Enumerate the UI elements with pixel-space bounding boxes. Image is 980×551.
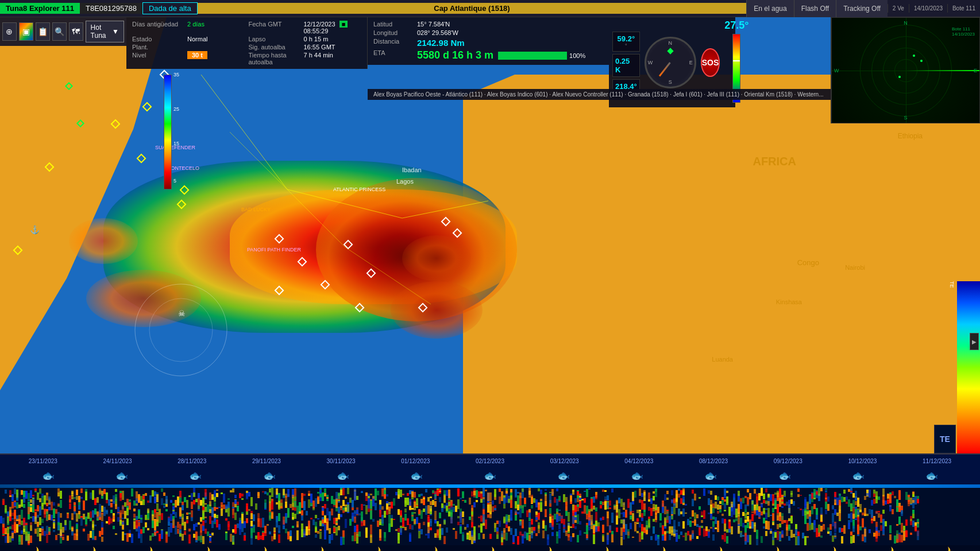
heatmap-tool-icon[interactable]: ▣	[19, 22, 33, 41]
date-7: 02/12/2023	[453, 458, 527, 464]
compass-heading-marker	[667, 48, 673, 54]
bottom-panel: 23/11/2023 24/11/2023 28/11/2023 29/11/2…	[0, 453, 980, 551]
lagos-label: Lagos	[396, 178, 414, 185]
top-bar: Tuna8 Explorer 111 T8E081295788 Dada de …	[0, 0, 980, 17]
scale-5: 5	[173, 178, 176, 184]
fish-icon-9: 🐟	[600, 469, 674, 482]
date-3: 28/11/2023	[155, 458, 229, 464]
date-6: 01/12/2023	[378, 458, 453, 464]
moon-5: 🌙25	[234, 546, 291, 551]
flash-off-button[interactable]: Flash Off	[794, 0, 836, 17]
nivel-badge: 30 t	[187, 52, 245, 65]
moon-12: 🌙7	[632, 546, 689, 551]
nairobi-label: Nairobi	[845, 264, 865, 271]
left-toolbar: ⊕ ▣ 📋 🔍 🗺 Hot Tuna ▼	[0, 17, 126, 46]
nivel-label: Nivel	[132, 52, 184, 65]
moon-13: 🌙11	[689, 546, 746, 551]
temp-marker	[733, 60, 740, 61]
africa-label: AFRICA	[753, 155, 796, 168]
tiempo-autoalba-label: Tiempo hasta autoalba	[249, 52, 300, 65]
date-12: 10/12/2023	[825, 458, 900, 464]
info-tool-icon[interactable]: 📋	[36, 22, 50, 41]
compass-tool-icon[interactable]: ⊕	[2, 22, 17, 41]
dropdown-arrow-icon: ▼	[112, 28, 119, 36]
eta-value: 5580 d 16 h 3 m	[417, 49, 493, 61]
congo-label: Congo	[797, 258, 819, 267]
fish-icon-10: 🐟	[674, 469, 747, 482]
estado-label: Estado	[132, 36, 184, 42]
right-scroll-button[interactable]: ▶	[970, 333, 979, 350]
info-2ve: 2 Ve	[888, 4, 909, 13]
fecha-gmt-label: Fecha GMT	[249, 21, 300, 34]
east-label: E	[689, 60, 693, 65]
longitud-value: 028° 29.568'W	[417, 29, 603, 36]
hot-tuna-button[interactable]: Hot Tuna ▼	[86, 21, 124, 42]
fish-icon-6: 🐟	[380, 469, 453, 482]
moon-8: 🌙11	[404, 546, 461, 551]
info-date: 14/10/2023	[909, 4, 947, 13]
tracking-off-button[interactable]: Tracking Off	[836, 0, 888, 17]
heatmap-patch-1	[69, 218, 138, 264]
sos-button[interactable]: SOS	[701, 48, 720, 77]
legend-label: TE	[949, 281, 955, 288]
fish-icon-13: 🐟	[895, 469, 969, 482]
info-panel: Días antigüedad 2 días Fecha GMT 12/12/2…	[126, 17, 368, 69]
latitud-value: 15° 7.584'N	[417, 21, 603, 28]
date-11: 09/12/2023	[751, 458, 825, 464]
nav-panel: Latitud 15° 7.584'N Longitud 028° 29.568…	[368, 17, 609, 65]
radar-blip-2	[898, 76, 901, 78]
compass-needle	[659, 62, 671, 76]
africa-landmass	[463, 75, 980, 453]
heatmap-patch-2	[86, 270, 201, 327]
lapso-value: 0 h 15 m	[304, 36, 362, 42]
plant-label: Plant.	[132, 44, 184, 51]
kinshasa-label: Kinshasa	[776, 298, 802, 305]
fish-icon-8: 🐟	[527, 469, 600, 482]
moon-row: 🌙13 🌙21 🌙11 🌙15 🌙25 🌙13 🌙15 🌙11 🌙51 🌙27 …	[0, 545, 980, 551]
longitud-label: Longitud	[373, 29, 414, 36]
date-5: 30/11/2023	[304, 458, 379, 464]
fish-icon-11: 🐟	[748, 469, 821, 482]
date-8: 03/12/2023	[527, 458, 602, 464]
vessel-id: T8E081295788	[80, 3, 142, 14]
north-label: N	[668, 40, 672, 46]
en-el-agua-button[interactable]: En el agua	[746, 0, 793, 17]
progress-container: 100%	[498, 52, 585, 60]
timeline-dates-row: 23/11/2023 24/11/2023 28/11/2023 29/11/2…	[0, 455, 980, 467]
bad-lucky-label: BAD LUCKY	[241, 207, 271, 212]
speed-indicators: 59.2° ° 0.25 K 218.4°	[611, 30, 641, 95]
scale-25: 25	[173, 106, 179, 112]
vessel-status: Dada de alta	[142, 2, 198, 14]
layers-tool-icon[interactable]: 🗺	[69, 22, 83, 41]
west-label: W	[648, 60, 653, 65]
moon-3: 🌙11	[119, 546, 176, 551]
date-4: 29/11/2023	[229, 458, 304, 464]
fecha-gmt-value: 12/12/2023 ■ 08:55:29	[304, 21, 362, 34]
fish-icon-5: 🐟	[306, 469, 380, 482]
moon-15: 🌙28	[803, 546, 860, 551]
radar-east: E	[974, 68, 977, 73]
te-label: TE	[934, 425, 956, 453]
distancia-value: 2142.98 Nm	[417, 38, 603, 48]
search-tool-icon[interactable]: 🔍	[52, 22, 67, 41]
chart-bars-container	[0, 488, 980, 545]
fecha-indicator: ■	[339, 21, 348, 28]
skull-marker: ☠	[178, 309, 186, 318]
moon-14: 🌙17	[746, 546, 803, 551]
radar-scale: Bote 111 14/10/2023	[952, 26, 975, 37]
vessels-text: Alex Boyas Pacifico Oeste - Atlántico (1…	[373, 91, 824, 98]
radar-west: W	[834, 68, 839, 73]
antiguedad-label: Días antigüedad	[132, 21, 184, 34]
toolbar-row-1: ⊕ ▣ 📋 🔍 🗺 Hot Tuna ▼	[2, 20, 124, 44]
date-2: 24/11/2023	[80, 458, 155, 464]
fish-icon-3: 🐟	[159, 469, 232, 482]
fish-icon-2: 🐟	[85, 469, 159, 482]
right-color-legend: TE	[957, 281, 980, 453]
nav-grid: Latitud 15° 7.584'N Longitud 028° 29.568…	[373, 21, 603, 61]
date-9: 04/12/2023	[602, 458, 677, 464]
fish-icon-7: 🐟	[453, 469, 527, 482]
moon-10: 🌙27	[519, 546, 576, 551]
fish-icon-4: 🐟	[232, 469, 306, 482]
distancia-label: Distancia	[373, 38, 414, 48]
moon-9: 🌙51	[461, 546, 518, 551]
